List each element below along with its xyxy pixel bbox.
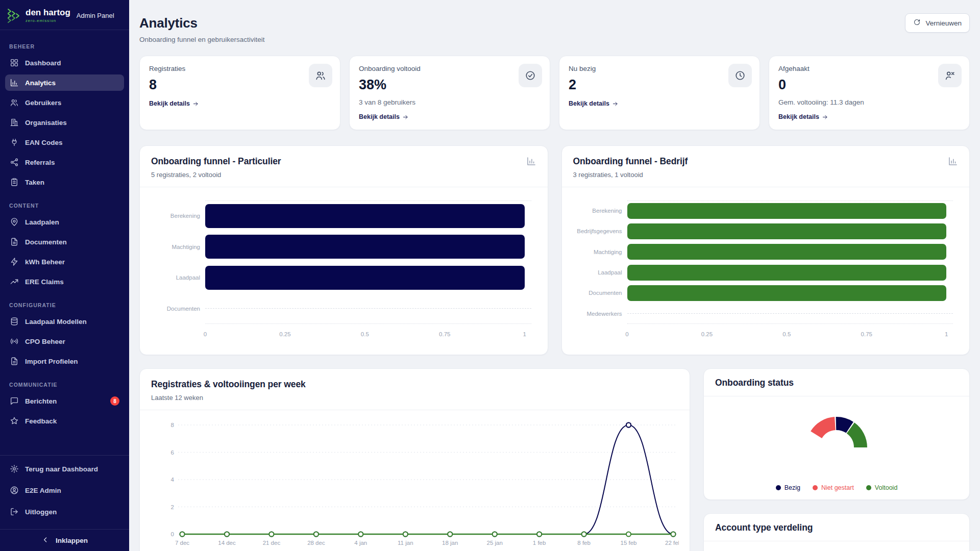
page-title: Analytics	[139, 15, 264, 31]
sidebar-item-terug-naar-dashboard[interactable]: Terug naar Dashboard	[5, 461, 124, 477]
sidebar-item-label: Feedback	[25, 417, 57, 425]
weekly-chart-card: Registraties & voltooiingen per week Laa…	[139, 368, 690, 551]
stat-cards-row: Registraties8Bekijk detailsOnboarding vo…	[139, 56, 970, 130]
sidebar-item-ere-claims[interactable]: ERE Claims	[5, 273, 124, 290]
sidebar-item-e2e-admin[interactable]: E2E Admin	[5, 482, 124, 498]
funnel-row-berekening: Berekening	[149, 201, 534, 232]
brand-name: den hartog	[26, 8, 70, 17]
funnel-particulier-card: Onboarding funnel - Particulier 5 regist…	[139, 145, 548, 355]
zero-gridline	[627, 313, 953, 314]
funnel-row-berekening: Berekening	[571, 201, 957, 221]
gear-icon	[10, 464, 19, 473]
sidebar-item-berichten[interactable]: Berichten8	[5, 393, 124, 409]
bekijk-details-link[interactable]: Bekijk details	[778, 113, 828, 120]
trending-up-icon	[10, 277, 19, 286]
sidebar-item-label: E2E Admin	[25, 487, 61, 494]
brand-logo: den hartog zero-emission Admin Panel	[0, 0, 129, 30]
stat-value: 2	[569, 77, 750, 93]
sidebar-item-analytics[interactable]: Analytics	[5, 74, 124, 91]
x-tick-label: 0.75	[439, 331, 450, 337]
account-type-card: Account type verdeling	[703, 513, 970, 551]
sidebar-item-referrals[interactable]: Referrals	[5, 154, 124, 170]
stat-value: 8	[149, 77, 331, 93]
bekijk-details-link[interactable]: Bekijk details	[359, 113, 409, 120]
funnel-plot: BerekeningMachtigingLaadpaalDocumenten	[149, 201, 534, 324]
card-subtitle: 3 registraties, 1 voltooid	[573, 171, 688, 179]
funnel-row-machtiging: Machtiging	[571, 242, 957, 262]
sidebar-item-uitloggen[interactable]: Uitloggen	[5, 504, 124, 520]
sidebar-item-cpo-beheer[interactable]: CPO Beheer	[5, 333, 124, 349]
collapse-sidebar-button[interactable]: Inklappen	[0, 529, 129, 551]
bar-chart-icon	[526, 156, 536, 166]
users-icon	[10, 98, 19, 107]
funnel-bar	[627, 223, 947, 239]
nav-section-title-content: CONTENT	[0, 203, 129, 209]
plot-gridline	[627, 201, 953, 201]
nav-section-title-configuratie: CONFIGURATIE	[0, 302, 129, 308]
plot-gridline	[205, 201, 531, 201]
legend-item-bezig: Bezig	[776, 484, 800, 491]
arrow-right-icon	[402, 114, 409, 120]
svg-text:4 jan: 4 jan	[354, 540, 367, 546]
unread-count-badge: 8	[110, 396, 119, 406]
bar-chart-icon	[948, 156, 958, 168]
sidebar-item-documenten[interactable]: Documenten	[5, 234, 124, 250]
svg-text:18 jan: 18 jan	[442, 540, 458, 546]
card-header: Onboarding funnel - Particulier 5 regist…	[140, 146, 548, 187]
sidebar-item-label: Laadpalen	[25, 218, 59, 226]
share-icon	[10, 158, 19, 167]
sidebar-item-laadpaal-modellen[interactable]: Laadpaal Modellen	[5, 313, 124, 330]
status-legend: BezigNiet gestartVoltooid	[776, 484, 898, 491]
sidebar-item-label: Uitloggen	[25, 508, 57, 516]
category-label: Laadpaal	[571, 269, 627, 276]
bar-track	[627, 262, 953, 283]
stat-card-nu-bezig: Nu bezig2Bekijk details	[559, 56, 760, 130]
funnel-bar	[627, 285, 947, 301]
sidebar-nav: BEHEERDashboardAnalyticsGebruikersOrgani…	[0, 30, 129, 455]
sidebar-item-label: CPO Beheer	[25, 338, 65, 345]
link-label: Bekijk details	[778, 113, 819, 120]
users-icon	[315, 70, 326, 81]
sidebar-item-label: kWh Beheer	[25, 258, 65, 266]
card-title: Onboarding funnel - Particulier	[151, 156, 281, 167]
sidebar-item-ean-codes[interactable]: EAN Codes	[5, 134, 124, 151]
svg-text:11 jan: 11 jan	[398, 540, 413, 546]
sidebar-item-import-profielen[interactable]: Import Profielen	[5, 353, 124, 369]
link-label: Bekijk details	[569, 100, 609, 107]
legend-item-niet-gestart: Niet gestart	[813, 484, 854, 491]
page-subtitle: Onboarding funnel en gebruikersactivitei…	[139, 36, 264, 43]
refresh-button[interactable]: Vernieuwen	[905, 13, 970, 33]
sidebar-item-laadpalen[interactable]: Laadpalen	[5, 214, 124, 230]
card-title: Account type verdeling	[715, 522, 813, 533]
x-tick-label: 0.5	[782, 331, 791, 337]
plot-gridline	[205, 323, 531, 324]
bekijk-details-link[interactable]: Bekijk details	[149, 100, 199, 107]
sidebar-item-organisaties[interactable]: Organisaties	[5, 114, 124, 131]
sidebar-item-taken[interactable]: Taken	[5, 174, 124, 190]
x-tick-label: 0.25	[701, 331, 713, 337]
stat-label: Nu bezig	[569, 65, 750, 72]
stat-subtext: Gem. voltooiing: 11.3 dagen	[778, 98, 960, 106]
funnel-row-documenten: Documenten	[571, 283, 957, 303]
stat-label: Onboarding voltooid	[359, 65, 541, 72]
card-title: Onboarding funnel - Bedrijf	[573, 156, 688, 167]
funnel-plot: BerekeningBedrijfsgegevensMachtigingLaad…	[571, 201, 957, 324]
arrow-right-icon	[192, 101, 199, 107]
sidebar-item-gebruikers[interactable]: Gebruikers	[5, 94, 124, 111]
svg-text:1 feb: 1 feb	[533, 540, 546, 546]
sidebar-item-dashboard[interactable]: Dashboard	[5, 55, 124, 71]
building-icon	[10, 118, 19, 127]
admin-panel-label: Admin Panel	[77, 12, 114, 19]
weekly-line-chart: 024687 dec14 dec21 dec28 dec4 jan11 jan1…	[151, 416, 679, 551]
sidebar-item-kwh-beheer[interactable]: kWh Beheer	[5, 254, 124, 270]
stat-icon-box	[728, 64, 752, 87]
funnel-row-laadpaal: Laadpaal	[571, 262, 957, 283]
sidebar-item-feedback[interactable]: Feedback	[5, 413, 124, 429]
category-label: Bedrijfsgegevens	[571, 228, 627, 234]
bekijk-details-link[interactable]: Bekijk details	[569, 100, 619, 107]
bar-track	[205, 293, 531, 324]
radio-icon	[10, 337, 19, 346]
svg-text:14 dec: 14 dec	[218, 540, 236, 546]
arrow-right-icon	[822, 114, 828, 120]
main-content: Analytics Onboarding funnel en gebruiker…	[129, 0, 980, 551]
